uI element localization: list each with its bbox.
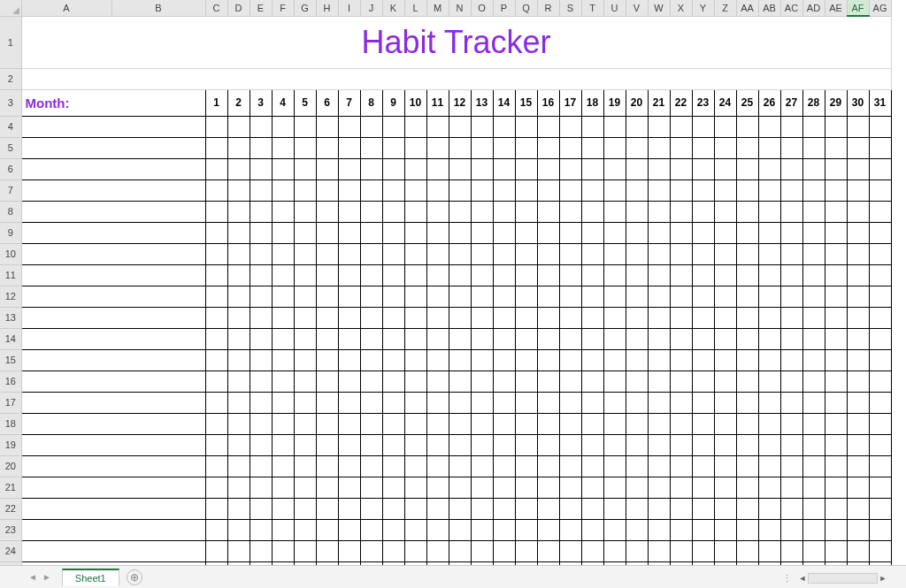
habit-day-cell[interactable] [758,413,780,434]
habit-day-cell[interactable] [316,540,338,561]
habit-day-cell[interactable] [272,116,294,137]
month-label-cell[interactable]: Month: [21,89,205,116]
habit-day-cell[interactable] [471,179,493,201]
add-sheet-button[interactable]: ⊕ [127,569,142,585]
habit-day-cell[interactable] [603,179,626,201]
habit-day-cell[interactable] [626,434,648,455]
habit-day-cell[interactable] [581,243,603,264]
habit-day-cell[interactable] [338,498,360,519]
habit-day-cell[interactable] [670,158,692,179]
habit-day-cell[interactable] [294,243,316,264]
habit-day-cell[interactable] [382,392,404,413]
habit-day-cell[interactable] [250,477,272,498]
habit-day-cell[interactable] [360,179,382,201]
habit-day-cell[interactable] [581,477,603,498]
row-header[interactable]: 4 [0,116,21,137]
habit-day-cell[interactable] [869,413,891,434]
habit-day-cell[interactable] [272,477,294,498]
habit-day-cell[interactable] [714,349,736,370]
habit-day-cell[interactable] [250,455,272,477]
habit-day-cell[interactable] [780,413,802,434]
habit-day-cell[interactable] [205,243,227,264]
habit-day-cell[interactable] [626,519,648,540]
habit-day-cell[interactable] [648,201,670,222]
column-header[interactable]: B [111,0,205,16]
habit-day-cell[interactable] [825,455,847,477]
habit-day-cell[interactable] [272,201,294,222]
habit-day-cell[interactable] [758,307,780,328]
habit-day-cell[interactable] [648,540,670,561]
habit-day-cell[interactable] [338,179,360,201]
habit-day-cell[interactable] [515,540,537,561]
habit-day-cell[interactable] [449,370,471,392]
row-header[interactable]: 2 [0,68,21,89]
habit-day-cell[interactable] [670,349,692,370]
day-header-cell[interactable]: 5 [294,89,316,116]
habit-day-cell[interactable] [404,307,426,328]
habit-day-cell[interactable] [559,328,581,349]
habit-day-cell[interactable] [515,137,537,158]
habit-day-cell[interactable] [382,519,404,540]
habit-day-cell[interactable] [515,349,537,370]
habit-day-cell[interactable] [404,477,426,498]
habit-day-cell[interactable] [670,370,692,392]
habit-name-cell[interactable] [21,201,205,222]
habit-day-cell[interactable] [603,392,626,413]
habit-day-cell[interactable] [648,413,670,434]
day-header-cell[interactable]: 31 [869,89,891,116]
habit-day-cell[interactable] [581,498,603,519]
habit-day-cell[interactable] [272,243,294,264]
habit-day-cell[interactable] [205,498,227,519]
day-header-cell[interactable]: 14 [493,89,515,116]
habit-day-cell[interactable] [471,264,493,286]
habit-day-cell[interactable] [493,201,515,222]
habit-day-cell[interactable] [360,519,382,540]
habit-day-cell[interactable] [449,264,471,286]
habit-day-cell[interactable] [869,519,891,540]
habit-day-cell[interactable] [205,434,227,455]
habit-day-cell[interactable] [670,328,692,349]
habit-day-cell[interactable] [758,264,780,286]
column-header[interactable]: Q [515,0,537,16]
habit-day-cell[interactable] [758,455,780,477]
habit-day-cell[interactable] [802,540,825,561]
day-header-cell[interactable]: 7 [338,89,360,116]
habit-day-cell[interactable] [626,540,648,561]
habit-day-cell[interactable] [515,201,537,222]
habit-day-cell[interactable] [250,392,272,413]
habit-day-cell[interactable] [360,222,382,243]
habit-day-cell[interactable] [825,179,847,201]
habit-day-cell[interactable] [692,328,714,349]
habit-day-cell[interactable] [537,179,559,201]
habit-day-cell[interactable] [825,519,847,540]
habit-day-cell[interactable] [648,243,670,264]
habit-day-cell[interactable] [736,519,758,540]
habit-day-cell[interactable] [515,519,537,540]
habit-day-cell[interactable] [581,158,603,179]
habit-day-cell[interactable] [537,498,559,519]
column-header[interactable]: I [338,0,360,16]
habit-day-cell[interactable] [736,286,758,307]
habit-day-cell[interactable] [205,307,227,328]
habit-day-cell[interactable] [471,286,493,307]
habit-day-cell[interactable] [338,540,360,561]
habit-day-cell[interactable] [205,519,227,540]
habit-day-cell[interactable] [714,137,736,158]
habit-day-cell[interactable] [581,264,603,286]
habit-day-cell[interactable] [426,264,449,286]
habit-day-cell[interactable] [360,413,382,434]
row-header[interactable]: 21 [0,477,21,498]
habit-day-cell[interactable] [360,307,382,328]
habit-day-cell[interactable] [360,116,382,137]
habit-day-cell[interactable] [603,307,626,328]
habit-day-cell[interactable] [603,455,626,477]
habit-day-cell[interactable] [802,413,825,434]
habit-day-cell[interactable] [272,222,294,243]
habit-day-cell[interactable] [780,158,802,179]
habit-day-cell[interactable] [294,413,316,434]
habit-day-cell[interactable] [559,264,581,286]
habit-name-cell[interactable] [21,307,205,328]
habit-day-cell[interactable] [869,179,891,201]
habit-day-cell[interactable] [294,264,316,286]
habit-day-cell[interactable] [205,349,227,370]
